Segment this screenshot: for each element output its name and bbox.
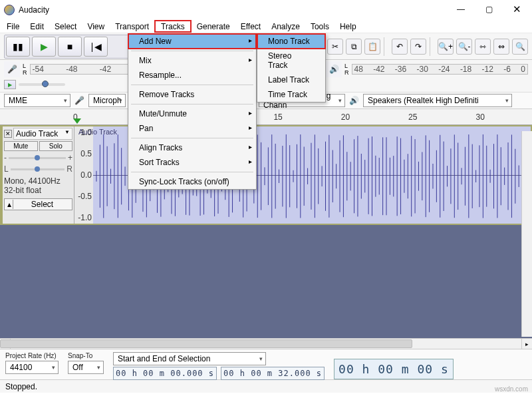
redo-button[interactable]: ↷ xyxy=(410,39,426,55)
pan-slider[interactable]: L R xyxy=(4,164,72,174)
speaker-icon[interactable]: 🔊 xyxy=(326,61,342,77)
mic-icon[interactable]: 🎤 xyxy=(4,61,20,77)
status-bar: Stopped. xyxy=(0,379,532,393)
horizontal-scrollbar[interactable]: ◂ ▸ xyxy=(0,338,532,349)
track-name-dropdown[interactable]: Audio Track▼ xyxy=(13,128,72,140)
track-collapse-button[interactable]: ▴ Select xyxy=(4,198,72,210)
tracks-resample[interactable]: Resample... xyxy=(128,68,256,83)
copy-button[interactable]: ⧉ xyxy=(346,39,362,55)
minimize-button[interactable]: — xyxy=(447,0,475,19)
rate-label: Project Rate (Hz) xyxy=(5,352,59,359)
project-rate-combo[interactable]: 44100 xyxy=(5,361,59,374)
solo-button[interactable]: Solo xyxy=(39,141,73,151)
scroll-thumb[interactable] xyxy=(0,339,412,348)
maximize-button[interactable]: ▢ xyxy=(475,0,503,19)
menu-tools[interactable]: Tools xyxy=(305,20,334,33)
input-device-combo[interactable]: Microph xyxy=(88,94,126,107)
tracks-add-new[interactable]: Add New xyxy=(128,34,256,49)
close-button[interactable]: ✕ xyxy=(503,0,531,19)
menu-help[interactable]: Help xyxy=(334,20,362,33)
amplitude-scale: 1.00.50.0-0.5-1.0 xyxy=(74,126,93,224)
menu-select[interactable]: Select xyxy=(49,20,82,33)
audio-position-display[interactable]: 00 h 00 m 00 s xyxy=(334,359,454,379)
undo-button[interactable]: ↶ xyxy=(392,39,408,55)
tracks-mix[interactable]: Mix xyxy=(128,53,256,68)
output-device-combo[interactable]: Speakers (Realtek High Definiti xyxy=(363,94,512,107)
menu-view[interactable]: View xyxy=(82,20,110,33)
tracks-mute[interactable]: Mute/Unmute xyxy=(128,106,256,121)
tracks-pan[interactable]: Pan xyxy=(128,121,256,136)
chevron-up-icon: ▴ xyxy=(5,200,13,209)
menu-edit[interactable]: Edit xyxy=(25,20,49,33)
zoom-fit-sel-button[interactable]: ⇿ xyxy=(475,39,491,55)
meter-channel-label: LR xyxy=(344,63,349,76)
menu-transport[interactable]: Transport xyxy=(110,20,154,33)
play-button[interactable]: ▶ xyxy=(32,37,56,57)
tracks-remove[interactable]: Remove Tracks xyxy=(128,87,256,102)
track-close-button[interactable]: ✕ xyxy=(4,130,12,138)
menu-file[interactable]: File xyxy=(1,20,25,33)
addnew-label[interactable]: Label Track xyxy=(257,73,325,87)
addnew-mono[interactable]: Mono Track xyxy=(257,34,325,49)
gain-slider[interactable]: - + xyxy=(4,153,72,162)
addnew-stereo[interactable]: Stereo Track xyxy=(257,49,325,73)
audio-host-combo[interactable]: MME xyxy=(4,94,70,107)
empty-track-area[interactable] xyxy=(0,225,532,338)
snap-combo[interactable]: Off xyxy=(68,361,104,374)
selection-start-field[interactable]: 00 h 00 m 00.000 s xyxy=(113,367,217,380)
play-cursor-icon xyxy=(73,118,81,124)
track-format-info: Mono, 44100Hz32-bit float xyxy=(4,176,72,196)
tracks-dropdown: Add New Mix Resample... Remove Tracks Mu… xyxy=(128,33,257,190)
menu-analyze[interactable]: Analyze xyxy=(266,20,305,33)
selection-mode-combo[interactable]: Start and End of Selection xyxy=(113,352,266,365)
paste-button[interactable]: 📋 xyxy=(364,39,380,55)
app-icon xyxy=(4,5,15,15)
snap-label: Snap-To xyxy=(68,352,104,359)
zoom-out-button[interactable]: 🔍- xyxy=(456,39,472,55)
status-text: Stopped. xyxy=(5,382,37,391)
menu-generate[interactable]: Generate xyxy=(192,20,235,33)
menu-tracks[interactable]: Tracks xyxy=(154,20,192,33)
mic-icon: 🎤 xyxy=(74,96,84,105)
tracks-sort[interactable]: Sort Tracks xyxy=(128,155,256,170)
add-new-submenu: Mono Track Stereo Track Label Track Time… xyxy=(257,33,326,102)
selection-end-field[interactable]: 00 h 00 m 32.000 s xyxy=(221,367,325,380)
watermark: wsxdn.com xyxy=(495,385,528,393)
zoom-toggle-button[interactable]: 🔍 xyxy=(512,39,528,55)
tracks-align[interactable]: Align Tracks xyxy=(128,140,256,155)
vertical-scrollbar[interactable] xyxy=(521,131,532,337)
selection-toolbar: Project Rate (Hz) 44100 Snap-To Off Star… xyxy=(0,349,532,379)
window-title: Audacity xyxy=(19,5,49,15)
timeline-ruler[interactable]: 0 5 15 20 25 30 xyxy=(0,109,532,125)
scroll-right-button[interactable]: ▸ xyxy=(521,339,532,349)
cut-button[interactable]: ✂ xyxy=(327,39,343,55)
skip-start-button[interactable]: ∣◀ xyxy=(84,37,108,57)
track-control-panel: ✕ Audio Track▼ Mute Solo - + L R Mono, 4… xyxy=(3,126,74,224)
meter-channel-label: LR xyxy=(23,63,27,76)
speaker-icon: 🔊 xyxy=(349,96,359,105)
menu-effect[interactable]: Effect xyxy=(235,20,266,33)
titlebar: Audacity — ▢ ✕ xyxy=(0,0,532,20)
pause-button[interactable]: ▮▮ xyxy=(6,37,30,57)
scrub-play-button[interactable]: ▶ xyxy=(4,80,16,89)
tracks-synclock[interactable]: Sync-Lock Tracks (on/off) xyxy=(128,174,256,189)
zoom-fit-button[interactable]: ⇔ xyxy=(493,39,509,55)
playback-meter[interactable]: 48 -42 -36 -30 -24 -18 -12 -6 0 xyxy=(352,64,529,75)
track-area: ✕ Audio Track▼ Mute Solo - + L R Mono, 4… xyxy=(0,125,532,225)
addnew-time[interactable]: Time Track xyxy=(257,87,325,102)
mute-button[interactable]: Mute xyxy=(4,141,38,151)
stop-button[interactable]: ■ xyxy=(58,37,82,57)
menubar: File Edit Select View Transport Tracks G… xyxy=(0,20,532,33)
zoom-in-button[interactable]: 🔍+ xyxy=(438,39,454,55)
